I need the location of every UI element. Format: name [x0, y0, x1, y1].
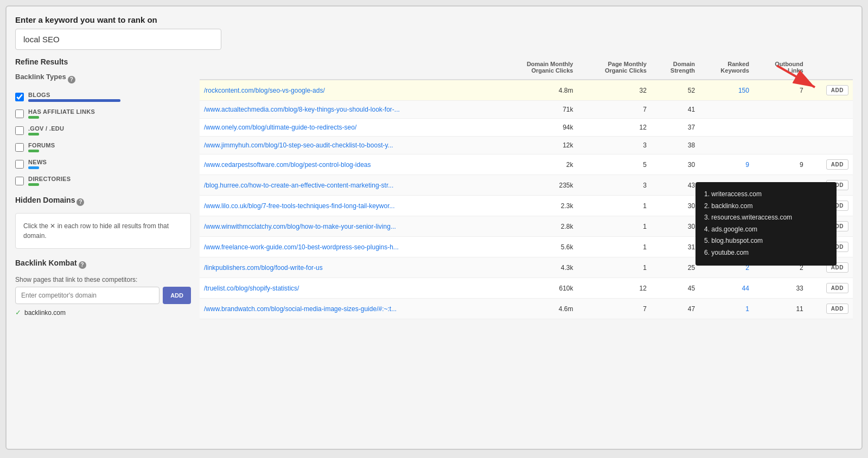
cell-page-monthly: 12 — [577, 278, 650, 299]
main-layout: Refine Results Backlink Types ? BLOGSHAS… — [15, 57, 853, 319]
backlink-kombat-label: Backlink Kombat — [15, 259, 77, 267]
cell-actions — [808, 137, 853, 154]
cell-ranked-keywords[interactable]: 44 — [699, 278, 754, 299]
cell-url[interactable]: /www.onely.com/blog/ultimate-guide-to-re… — [200, 119, 497, 137]
outbound-links-tooltip: 1. writeraccess.com2. backlinko.com3. re… — [695, 182, 837, 266]
color-bar-news — [28, 166, 39, 169]
tooltip-item: 5. blog.hubspot.com — [704, 235, 828, 247]
cell-outbound-links: 11 — [754, 299, 808, 319]
checkbox-gov_edu[interactable] — [15, 126, 24, 135]
cell-page-monthly: 1 — [577, 257, 650, 278]
col-outbound-links: OutboundLinks — [754, 57, 808, 80]
cell-url[interactable]: /www.cedarpestsoftware.com/blog/pest-con… — [200, 154, 497, 175]
hidden-domains-label: Hidden Domains — [15, 196, 75, 204]
competitor-add-button[interactable]: ADD — [163, 287, 191, 304]
backlink-type-label-gov_edu: .GOV / .EDU — [28, 125, 64, 132]
cell-url[interactable]: /blog.hurree.co/how-to-create-an-effecti… — [200, 175, 497, 196]
backlink-type-label-news: NEWS — [28, 159, 47, 165]
hidden-domains-help-icon[interactable]: ? — [76, 198, 84, 206]
cell-page-monthly: 3 — [577, 137, 650, 154]
checkbox-directories[interactable] — [15, 177, 24, 185]
cell-url[interactable]: /www.brandwatch.com/blog/social-media-im… — [200, 299, 497, 319]
cell-actions: ADD — [808, 299, 853, 319]
hidden-domains-section: Hidden Domains ? Click the ✕ in each row… — [15, 196, 191, 249]
cell-url[interactable]: /www.lilo.co.uk/blog/7-free-tools-techni… — [200, 196, 497, 216]
cell-domain-strength: 52 — [651, 80, 699, 101]
tooltip-item: 6. youtube.com — [704, 247, 828, 259]
cell-domain-monthly: 4.3k — [497, 257, 578, 278]
cell-url[interactable]: /www.jimmyhuh.com/blog/10-step-seo-audit… — [200, 137, 497, 154]
backlink-types-help-icon[interactable]: ? — [68, 76, 75, 83]
hidden-domains-box: Click the ✕ in each row to hide all resu… — [15, 213, 191, 249]
add-button[interactable]: ADD — [826, 304, 848, 314]
col-actions — [808, 57, 853, 80]
table-row: /www.cedarpestsoftware.com/blog/pest-con… — [200, 154, 853, 175]
cell-ranked-keywords — [699, 101, 754, 119]
cell-outbound-links: 33 — [754, 278, 808, 299]
cell-outbound-links — [754, 119, 808, 137]
checkmark-icon: ✓ — [15, 308, 21, 317]
cell-url[interactable]: /rockcontent.com/blog/seo-vs-google-ads/ — [200, 80, 497, 101]
backlink-type-label-blogs: BLOGS — [28, 92, 120, 98]
add-button[interactable]: ADD — [826, 85, 848, 95]
cell-page-monthly: 32 — [577, 80, 650, 101]
cell-ranked-keywords — [699, 137, 754, 154]
cell-actions: ADD — [808, 154, 853, 175]
table-row: /truelist.co/blog/shopify-statistics/610… — [200, 278, 853, 299]
backlink-kombat-help-icon[interactable]: ? — [79, 261, 86, 269]
main-content: Domain MonthlyOrganic Clicks Page Monthl… — [200, 57, 853, 319]
table-header-row: Domain MonthlyOrganic Clicks Page Monthl… — [200, 57, 853, 80]
table-row: /www.onely.com/blog/ultimate-guide-to-re… — [200, 119, 853, 137]
keyword-input[interactable] — [15, 29, 221, 50]
backlink-type-item-gov_edu: .GOV / .EDU — [15, 125, 191, 136]
col-url — [200, 57, 497, 80]
cell-url[interactable]: /www.freelance-work-guide.com/10-best-wo… — [200, 237, 497, 257]
cell-url[interactable]: /linkpublishers.com/blog/food-write-for-… — [200, 257, 497, 278]
cell-page-monthly: 3 — [577, 175, 650, 196]
col-page-monthly: Page MonthlyOrganic Clicks — [577, 57, 650, 80]
cell-url[interactable]: /www.actualtechmedia.com/blog/8-key-thin… — [200, 101, 497, 119]
competitor-item: ✓backlinko.com — [15, 308, 191, 317]
backlink-kombat-section: Backlink Kombat ? Show pages that link t… — [15, 259, 191, 317]
cell-domain-strength: 43 — [651, 175, 699, 196]
add-button[interactable]: ADD — [826, 159, 848, 170]
cell-domain-strength: 38 — [651, 137, 699, 154]
cell-outbound-links: 7 — [754, 80, 808, 101]
cell-domain-monthly: 4.6m — [497, 299, 578, 319]
backlink-types-section: Backlink Types ? BLOGSHAS AFFILIATE LINK… — [15, 73, 191, 186]
table-row: /www.actualtechmedia.com/blog/8-key-thin… — [200, 101, 853, 119]
checkbox-news[interactable] — [15, 160, 24, 169]
checkbox-affiliate[interactable] — [15, 109, 24, 118]
cell-url[interactable]: /truelist.co/blog/shopify-statistics/ — [200, 278, 497, 299]
tooltip-list: 1. writeraccess.com2. backlinko.com3. re… — [704, 189, 828, 259]
cell-ranked-keywords[interactable]: 1 — [699, 299, 754, 319]
cell-domain-monthly: 94k — [497, 119, 578, 137]
cell-domain-monthly: 610k — [497, 278, 578, 299]
checkbox-blogs[interactable] — [15, 93, 24, 101]
cell-page-monthly: 1 — [577, 237, 650, 257]
keyword-section: Enter a keyword you want to rank on — [15, 15, 853, 50]
backlink-type-item-blogs: BLOGS — [15, 92, 191, 102]
cell-url[interactable]: /www.winwithmcclatchy.com/blog/how-to-ma… — [200, 216, 497, 237]
competitor-input[interactable] — [15, 287, 159, 304]
backlink-types-label: Backlink Types — [15, 73, 66, 81]
competitor-domain: backlinko.com — [24, 309, 66, 317]
backlink-types-list: BLOGSHAS AFFILIATE LINKS.GOV / .EDUFORUM… — [15, 92, 191, 186]
table-row: /www.brandwatch.com/blog/social-media-im… — [200, 299, 853, 319]
cell-outbound-links — [754, 137, 808, 154]
competitor-input-row: ADD — [15, 287, 191, 304]
cell-ranked-keywords[interactable]: 150 — [699, 80, 754, 101]
cell-domain-strength: 30 — [651, 154, 699, 175]
cell-page-monthly: 5 — [577, 154, 650, 175]
tooltip-item: 3. resources.writeraccess.com — [704, 212, 828, 224]
color-bar-blogs — [28, 99, 120, 102]
cell-outbound-links: 9 — [754, 154, 808, 175]
cell-domain-strength: 41 — [651, 101, 699, 119]
cell-ranked-keywords[interactable]: 9 — [699, 154, 754, 175]
checkbox-forums[interactable] — [15, 143, 24, 152]
add-button[interactable]: ADD — [826, 283, 848, 293]
competitor-items-list: ✓backlinko.com — [15, 308, 191, 317]
col-ranked-keywords: RankedKeywords — [699, 57, 754, 80]
cell-domain-strength: 25 — [651, 257, 699, 278]
backlink-type-item-news: NEWS — [15, 159, 191, 169]
